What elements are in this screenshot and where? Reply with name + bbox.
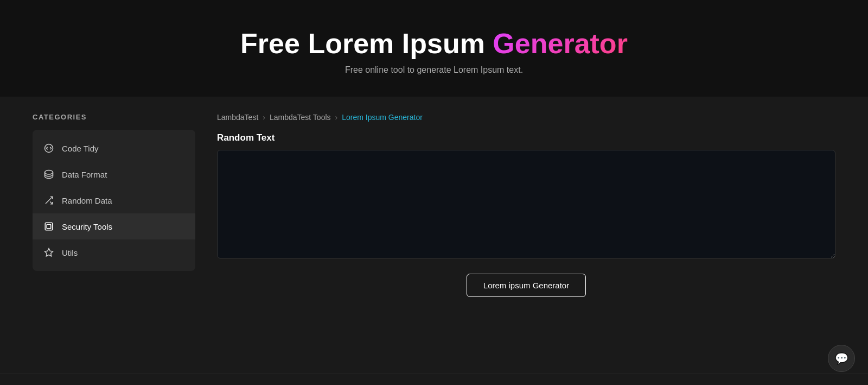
- breadcrumb-current: Lorem Ipsum Generator: [342, 113, 423, 122]
- header-title-plain: Free Lorem Ipsum: [240, 28, 493, 59]
- sidebar-item-data-format[interactable]: Data Format: [33, 161, 195, 187]
- sidebar-item-label-random-data: Random Data: [62, 196, 112, 205]
- utils-icon: [43, 247, 54, 258]
- chat-button[interactable]: 💬: [828, 345, 855, 372]
- breadcrumb: LambdaTest › LambdaTest Tools › Lorem Ip…: [217, 113, 835, 122]
- sidebar-item-label-data-format: Data Format: [62, 170, 107, 179]
- categories-label: CATEGORIES: [33, 113, 195, 121]
- breadcrumb-sep-1: ›: [263, 113, 265, 122]
- chat-icon: 💬: [835, 352, 848, 365]
- section-title: Random Text: [217, 132, 835, 143]
- svg-rect-3: [45, 223, 53, 230]
- sidebar: CATEGORIES Code Tidy: [33, 113, 195, 352]
- breadcrumb-sep-2: ›: [335, 113, 338, 122]
- code-icon: [43, 143, 54, 154]
- random-data-icon: [43, 195, 54, 206]
- svg-marker-5: [45, 249, 53, 256]
- content-area: LambdaTest › LambdaTest Tools › Lorem Ip…: [217, 113, 835, 352]
- sidebar-item-label-security-tools: Security Tools: [62, 222, 112, 231]
- page-header: Free Lorem Ipsum Generator Free online t…: [0, 0, 868, 97]
- header-subtitle: Free online tool to generate Lorem Ipsum…: [11, 65, 857, 75]
- random-text-textarea[interactable]: [217, 150, 835, 258]
- breadcrumb-lambdatest-tools[interactable]: LambdaTest Tools: [270, 113, 331, 122]
- shield-icon: [43, 221, 54, 232]
- sidebar-menu: Code Tidy Data Format: [33, 130, 195, 271]
- main-layout: CATEGORIES Code Tidy: [0, 97, 868, 368]
- breadcrumb-lambdatest[interactable]: LambdaTest: [217, 113, 258, 122]
- generate-button[interactable]: Lorem ipsum Generator: [467, 274, 586, 297]
- sidebar-item-security-tools[interactable]: Security Tools: [33, 213, 195, 239]
- sidebar-item-utils[interactable]: Utils: [33, 239, 195, 266]
- sidebar-item-label-utils: Utils: [62, 248, 78, 257]
- sidebar-item-label-code-tidy: Code Tidy: [62, 144, 99, 153]
- sidebar-item-code-tidy[interactable]: Code Tidy: [33, 135, 195, 161]
- button-row: Lorem ipsum Generator: [217, 274, 835, 297]
- sidebar-item-random-data[interactable]: Random Data: [33, 187, 195, 213]
- header-title-accent: Generator: [493, 28, 628, 59]
- description-section: "Lorem ipsum," or dummy text, is frequen…: [0, 374, 868, 385]
- svg-rect-4: [47, 224, 51, 229]
- data-format-icon: [43, 169, 54, 180]
